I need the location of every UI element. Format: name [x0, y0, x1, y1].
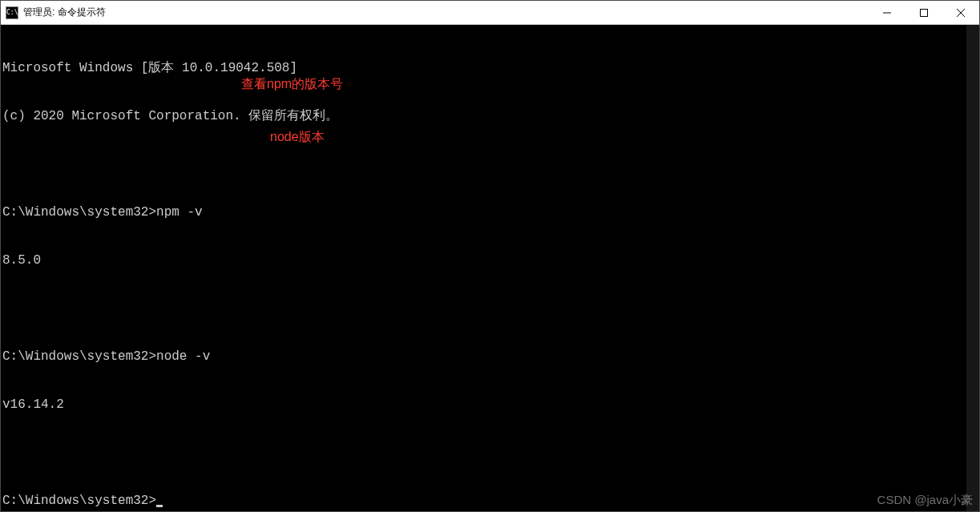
- terminal-line: Microsoft Windows [版本 10.0.19042.508]: [2, 60, 978, 76]
- cmd-window: C:\ 管理员: 命令提示符 Microsoft Windows [版本 10.…: [0, 0, 980, 512]
- terminal-prompt-line: C:\Windows\system32>npm -v: [2, 204, 978, 220]
- terminal-line: v16.14.2: [2, 397, 978, 413]
- terminal-prompt-line: C:\Windows\system32>node -v: [2, 349, 978, 365]
- vertical-scrollbar[interactable]: [966, 25, 979, 511]
- cmd-icon: C:\: [6, 6, 18, 19]
- terminal-output: Microsoft Windows [版本 10.0.19042.508] (c…: [1, 25, 979, 512]
- maximize-button[interactable]: [905, 1, 942, 24]
- window-title: 管理员: 命令提示符: [23, 6, 106, 19]
- terminal-prompt-text: C:\Windows\system32>: [2, 494, 156, 508]
- terminal-line: [2, 445, 978, 461]
- window-controls: [869, 1, 979, 24]
- close-button[interactable]: [942, 1, 979, 24]
- close-icon: [957, 9, 965, 17]
- terminal-line: [2, 156, 978, 172]
- titlebar-left: C:\ 管理员: 命令提示符: [1, 6, 106, 19]
- minimize-button[interactable]: [869, 1, 905, 24]
- titlebar[interactable]: C:\ 管理员: 命令提示符: [1, 1, 979, 25]
- minimize-icon: [883, 9, 891, 17]
- cursor-icon: [156, 505, 163, 507]
- terminal-line: [2, 300, 978, 316]
- terminal-area[interactable]: Microsoft Windows [版本 10.0.19042.508] (c…: [1, 25, 979, 511]
- terminal-line: 8.5.0: [2, 252, 978, 268]
- terminal-line: (c) 2020 Microsoft Corporation. 保留所有权利。: [2, 108, 978, 124]
- maximize-icon: [920, 9, 928, 17]
- terminal-prompt-line: C:\Windows\system32>: [2, 493, 978, 509]
- svg-rect-1: [921, 9, 928, 16]
